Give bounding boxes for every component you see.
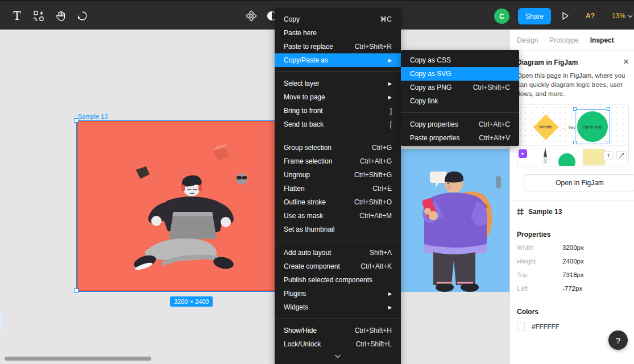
zoom-level: 13% <box>612 12 625 20</box>
figjam-handle <box>573 141 577 144</box>
partial-canvas-object <box>0 312 2 330</box>
properties-title: Properties <box>510 223 634 241</box>
tab-prototype[interactable]: Prototype <box>549 36 578 44</box>
menu-item-flatten[interactable]: FlattenCtrl+E <box>275 182 401 195</box>
hand-icon <box>56 11 65 21</box>
colors-title: Colors <box>510 300 634 318</box>
menu-item-paste-properties[interactable]: Paste propertiesCtrl+Alt+V <box>401 131 519 145</box>
property-row-height: Height2400px <box>510 254 634 268</box>
color-swatch <box>517 323 525 330</box>
hand-tool-button[interactable] <box>51 7 69 25</box>
second-frame[interactable] <box>398 149 509 292</box>
selected-frame-row[interactable]: Sample 13 <box>510 201 634 223</box>
figjam-handle <box>607 141 610 144</box>
menu-item-plugins[interactable]: Plugins▶ <box>275 287 401 300</box>
figjam-diamond-label: Mobile <box>533 124 558 129</box>
menu-item-publish-selected-components[interactable]: Publish selected components <box>275 273 401 287</box>
submenu-arrow-icon: ▶ <box>388 95 392 100</box>
context-menu: Copy⌘C Paste here Paste to replaceCtrl+S… <box>275 8 401 364</box>
property-row-left: Left-772px <box>510 282 634 295</box>
menu-item-copy-link[interactable]: Copy link <box>401 94 519 108</box>
menu-item-copy-as-png[interactable]: Copy as PNGCtrl+Shift+C <box>401 81 519 94</box>
figjam-connector-icon <box>616 151 627 160</box>
menu-item-send-to-back[interactable]: Send to back[ <box>275 118 401 131</box>
menu-item-widgets[interactable]: Widgets▶ <box>275 300 401 314</box>
menu-item-copy-as-css[interactable]: Copy as CSS <box>401 53 519 67</box>
selection-handle-bottom-left[interactable] <box>74 288 78 293</box>
figjam-promo-card: Diagram in FigJam × Open this page in Fi… <box>510 51 634 200</box>
menu-item-paste-here[interactable]: Paste here <box>275 26 401 40</box>
canvas-frame-label[interactable]: Sample 13 <box>78 113 108 120</box>
traveler-illustration <box>398 149 509 292</box>
figjam-sticky-note-icon <box>583 149 604 165</box>
figjam-circle-shape: Open app <box>577 111 608 142</box>
selected-frame-sample-13[interactable] <box>77 121 305 291</box>
menu-item-move-to-page[interactable]: Move to page▶ <box>275 90 401 104</box>
figjam-cursor-tool-icon: ▸ <box>519 149 527 158</box>
frame-icon <box>517 208 524 215</box>
comment-tool-button[interactable] <box>73 7 92 25</box>
property-row-top: Top7318px <box>510 268 634 282</box>
play-icon <box>561 11 570 20</box>
menu-item-frame-selection[interactable]: Frame selectionCtrl+Alt+G <box>275 154 401 168</box>
menu-item-copy[interactable]: Copy⌘C <box>275 12 401 26</box>
comment-icon <box>77 11 88 21</box>
figjam-text-tool-icon: T <box>603 151 614 160</box>
menu-item-select-layer[interactable]: Select layer▶ <box>275 77 401 90</box>
create-component-button[interactable] <box>242 7 260 25</box>
selected-frame-name: Sample 13 <box>528 208 562 216</box>
menu-item-bring-to-front[interactable]: Bring to front] <box>275 104 401 118</box>
close-icon[interactable]: × <box>620 56 632 68</box>
resources-icon <box>34 11 44 21</box>
color-hex: #FFFFFF <box>532 323 560 330</box>
menu-item-copy-as-svg[interactable]: Copy as SVG <box>401 67 519 81</box>
menu-item-copy-paste-as[interactable]: Copy/Paste as▶ <box>275 53 401 67</box>
figjam-card-body: Open this page in FigJam, where you can … <box>517 71 629 98</box>
selection-handle-top-left[interactable] <box>74 118 78 123</box>
dimension-badge: 3200 × 2400 <box>170 296 213 307</box>
panel-tabs: Design Prototype Inspect <box>510 30 634 51</box>
tab-design[interactable]: Design <box>517 36 538 44</box>
text-tool-icon: T <box>13 9 20 23</box>
avatar[interactable]: C <box>494 9 509 24</box>
menu-item-create-component[interactable]: Create componentCtrl+Alt+K <box>275 260 401 273</box>
resources-tool-button[interactable] <box>30 7 48 25</box>
menu-item-group-selection[interactable]: Group selectionCtrl+G <box>275 141 401 154</box>
property-row-width: Width3200px <box>510 241 634 254</box>
text-tool-button[interactable]: T <box>8 7 26 25</box>
menu-item-show-hide[interactable]: Show/HideCtrl+Shift+H <box>275 324 401 337</box>
character-illustration <box>77 121 305 291</box>
menu-item-add-auto-layout[interactable]: Add auto layoutShift+A <box>275 246 401 260</box>
present-button[interactable] <box>556 7 574 25</box>
component-icon <box>246 10 257 22</box>
figjam-card-title: Diagram in FigJam <box>517 58 628 66</box>
menu-item-use-as-mask[interactable]: Use as maskCtrl+Alt+M <box>275 209 401 223</box>
figjam-handle <box>607 107 610 111</box>
zoom-control[interactable]: 13% <box>612 12 633 20</box>
share-button[interactable]: Share <box>518 8 551 24</box>
tab-inspect[interactable]: Inspect <box>590 36 614 44</box>
inspect-panel: Design Prototype Inspect Diagram in FigJ… <box>509 30 634 364</box>
accessibility-badge[interactable]: A? <box>586 12 595 20</box>
figjam-handle <box>573 107 577 111</box>
help-button[interactable]: ? <box>608 330 628 350</box>
horizontal-scrollbar[interactable] <box>5 357 151 361</box>
copy-paste-as-submenu: Copy as CSS Copy as SVG Copy as PNGCtrl+… <box>401 50 519 146</box>
chevron-down-icon <box>628 15 633 18</box>
figjam-marker-icon <box>541 148 549 165</box>
open-in-figjam-button[interactable]: Open in FigJam <box>524 174 634 191</box>
chevron-down-icon <box>334 354 341 358</box>
submenu-arrow-icon: ▶ <box>388 58 392 63</box>
menu-item-outline-stroke[interactable]: Outline strokeCtrl+Shift+O <box>275 195 401 209</box>
submenu-arrow-icon: ▶ <box>388 305 392 310</box>
menu-item-set-as-thumbnail[interactable]: Set as thumbnail <box>275 223 401 236</box>
menu-scroll-down[interactable] <box>275 351 401 361</box>
menu-item-paste-to-replace[interactable]: Paste to replaceCtrl+Shift+R <box>275 40 401 53</box>
submenu-arrow-icon: ▶ <box>388 81 392 86</box>
menu-item-ungroup[interactable]: UngroupCtrl+Shift+G <box>275 168 401 182</box>
menu-item-lock-unlock[interactable]: Lock/UnlockCtrl+Shift+L <box>275 337 401 351</box>
menu-item-copy-properties[interactable]: Copy propertiesCtrl+Alt+C <box>401 118 519 131</box>
figjam-preview-image: Mobile —Yes→ Open app ▸ T <box>517 104 629 166</box>
figjam-green-circle-icon <box>558 153 575 166</box>
submenu-arrow-icon: ▶ <box>388 291 392 296</box>
